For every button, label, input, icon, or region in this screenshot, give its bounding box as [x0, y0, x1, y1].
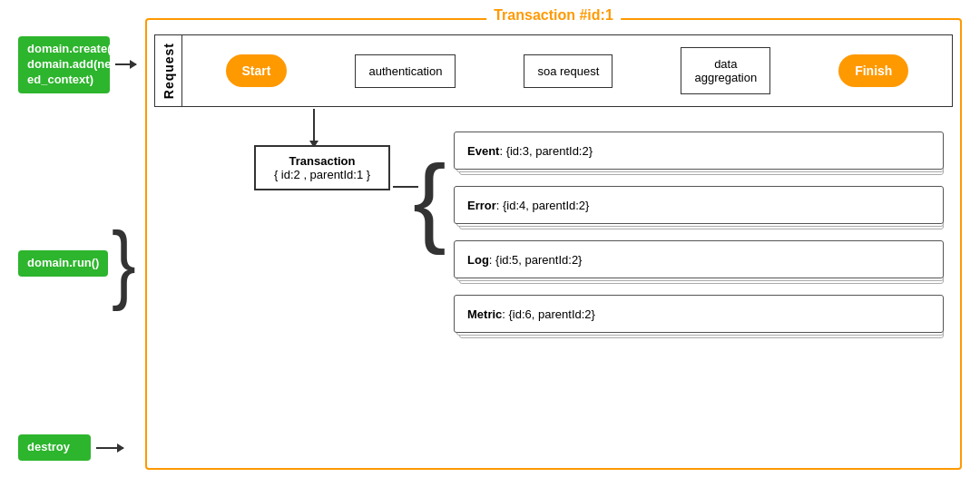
transaction-title: Transaction #id:1 [486, 7, 621, 24]
metric-label: Metric [467, 307, 502, 321]
log-card-stack: Log : {id:5, parentId:2} [454, 240, 944, 278]
finish-node: Finish [838, 54, 908, 87]
event-card-stack: Event : {id:3, parentId:2} [454, 132, 944, 170]
destroy-item: destroy [18, 434, 136, 461]
request-row: Request Start authentication soa request… [154, 34, 953, 107]
authentication-node: authentication [355, 54, 456, 88]
request-label-box: Request [155, 35, 182, 106]
event-label: Event [467, 144, 499, 158]
cards-area: Event : {id:3, parentId:2} Error : {id:4… [454, 132, 944, 349]
error-label: Error [467, 199, 496, 212]
log-detail: : {id:5, parentId:2} [489, 253, 583, 267]
transaction-box: Transaction { id:2 , parentId:1 } [254, 145, 390, 190]
data-aggregation-node: data aggregation [681, 47, 770, 94]
destroy-box: destroy [18, 434, 91, 461]
log-card-front: Log : {id:5, parentId:2} [454, 240, 944, 278]
error-card-front: Error : {id:4, parentId:2} [454, 186, 944, 224]
request-nodes: Start authentication soa request data ag… [182, 47, 952, 94]
domain-run-area: domain.run() } [18, 228, 136, 300]
tx-box-title: Transaction [265, 154, 379, 168]
main-diagram: Transaction #id:1 Request Start authenti… [136, 18, 962, 479]
start-node: Start [226, 54, 288, 87]
event-card-front: Event : {id:3, parentId:2} [454, 132, 944, 170]
metric-detail: : {id:6, parentId:2} [502, 307, 595, 321]
error-card-stack: Error : {id:4, parentId:2} [454, 186, 944, 224]
brace-right-symbol: { [413, 150, 446, 249]
brace-symbol: } [112, 220, 136, 307]
diagram-container: domain.create() domain.add(need ed_conte… [9, 9, 971, 488]
tx-box-detail: { id:2 , parentId:1 } [265, 168, 379, 181]
domain-create-item: domain.create() domain.add(need ed_conte… [18, 36, 136, 93]
arrow-auth-to-tx [313, 109, 315, 147]
left-column: domain.create() domain.add(need ed_conte… [18, 18, 136, 479]
arrow-destroy [96, 447, 123, 449]
domain-run-box: domain.run() [18, 250, 108, 277]
request-label: Request [162, 43, 176, 99]
arrow-create [115, 63, 136, 65]
domain-create-box: domain.create() domain.add(need ed_conte… [18, 36, 110, 93]
event-detail: : {id:3, parentId:2} [499, 144, 593, 158]
metric-card-stack: Metric : {id:6, parentId:2} [454, 295, 944, 333]
log-label: Log [467, 253, 489, 267]
metric-card-front: Metric : {id:6, parentId:2} [454, 295, 944, 333]
error-detail: : {id:4, parentId:2} [496, 199, 590, 212]
soa-request-node: soa request [524, 54, 612, 88]
